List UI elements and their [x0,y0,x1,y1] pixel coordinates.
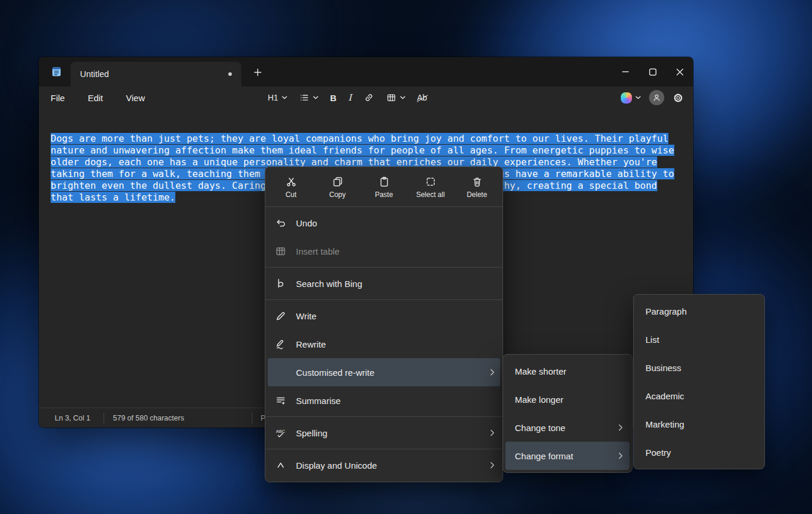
paste-icon [378,176,390,188]
close-icon [676,68,684,76]
menu-item-write[interactable]: Write [268,302,500,330]
titlebar[interactable]: Untitled [39,57,693,86]
tab-untitled[interactable]: Untitled [71,62,241,86]
menu-item-display-and-unicode[interactable]: Display and Unicode [268,451,500,479]
menu-item-undo[interactable]: Undo [268,209,500,237]
list-dropdown[interactable] [299,92,318,103]
menu-edit[interactable]: Edit [86,91,104,105]
chevron-down-icon [635,96,641,99]
minimize-icon [622,68,629,75]
window-controls [612,57,693,86]
quick-actions-row: Cut Copy Paste Select all [265,169,502,205]
selected-text: Dogs are more than just pets; they are l… [51,133,668,144]
selected-text: that lasts a lifetime. [51,192,175,203]
customised-rewrite-label: Customised re-write [296,368,490,378]
submenu-item-academic[interactable]: Academic [636,382,762,410]
chevron-right-icon [490,369,494,376]
table-dropdown[interactable] [386,92,405,103]
minimize-button[interactable] [612,57,639,86]
select-all-label: Select all [416,191,445,199]
submenu-item-poetry[interactable]: Poetry [636,438,762,466]
heading-label: H1 [268,93,278,102]
submenu-item-business[interactable]: Business [636,353,762,382]
italic-button[interactable]: I [348,92,352,103]
list-label: List [645,335,755,345]
make-shorter-label: Make shorter [515,366,623,376]
insert-table-label: Insert table [296,246,494,256]
submenu-item-paragraph[interactable]: Paragraph [636,297,762,325]
link-button[interactable] [364,92,374,103]
menu-item-insert-table[interactable]: Insert table [268,237,500,265]
paste-button[interactable]: Paste [361,169,407,205]
menu-file[interactable]: File [49,91,66,105]
menu-divider [265,416,502,417]
menu-item-rewrite[interactable]: Rewrite [268,330,500,358]
person-icon [652,93,661,102]
spelling-abc-icon: ABC [275,427,287,439]
cut-label: Cut [285,191,297,199]
context-menu: Cut Copy Paste Select all [265,166,503,482]
statusbar-divider [104,413,104,423]
cut-button[interactable]: Cut [268,169,314,205]
chevron-right-icon [490,462,494,469]
notepad-app-icon [51,66,62,78]
selected-text: nature and unwavering affection make the… [51,145,674,156]
settings-button[interactable] [673,92,684,104]
bing-icon [275,278,287,289]
menu-item-search-with-bing[interactable]: Search with Bing [268,269,500,298]
copy-icon [332,176,344,188]
svg-text:ABC: ABC [276,429,285,434]
menu-item-customised-rewrite[interactable]: Customised re-write [268,358,500,386]
menu-divider [265,206,502,207]
chevron-right-icon [490,429,494,436]
unsaved-indicator-icon [228,72,232,76]
delete-button[interactable]: Delete [454,169,500,205]
menu-divider [265,299,502,300]
change-tone-label: Change tone [515,423,618,433]
submenu-item-change-format[interactable]: Change format [505,442,630,470]
formatting-toolbar: H1 B I [268,86,427,109]
submenu-item-marketing[interactable]: Marketing [636,410,762,438]
copilot-dropdown[interactable] [621,92,641,104]
summarise-label: Summarise [296,396,494,406]
rewrite-label: Rewrite [296,339,494,349]
toolbar-right [621,86,684,109]
poetry-label: Poetry [645,448,755,458]
submenu-item-make-longer[interactable]: Make longer [505,385,630,413]
spelling-label: Spelling [296,428,490,438]
copy-label: Copy [329,191,345,199]
character-count: 579 of 580 characters [113,408,184,428]
select-all-button[interactable]: Select all [407,169,454,205]
submenu-item-make-shorter[interactable]: Make shorter [505,357,630,385]
summarise-icon [275,395,287,406]
write-pencil-icon [275,310,287,322]
toolbar: File Edit View H1 B I [39,86,693,109]
clear-formatting-icon[interactable]: Ab [417,93,427,102]
paragraph-label: Paragraph [645,306,755,316]
insert-table-icon [275,245,287,257]
undo-label: Undo [296,218,494,228]
close-button[interactable] [666,57,693,86]
copilot-icon [621,92,632,104]
make-longer-label: Make longer [515,395,623,405]
bold-button[interactable]: B [330,93,337,103]
menu-item-summarise[interactable]: Summarise [268,386,500,415]
menu-view[interactable]: View [125,91,146,105]
tab-title: Untitled [80,69,109,79]
cursor-position: Ln 3, Col 1 [55,408,90,428]
display-and-unicode-label: Display and Unicode [296,460,490,470]
submenu-item-change-tone[interactable]: Change tone [505,413,630,442]
submenu-item-list[interactable]: List [636,325,762,353]
copy-button[interactable]: Copy [314,169,361,205]
account-button[interactable] [649,90,664,105]
menu-divider [265,449,502,449]
cut-icon [285,176,297,188]
delete-label: Delete [467,191,487,199]
menu-item-spelling[interactable]: ABC Spelling [268,419,500,447]
undo-icon [275,217,287,229]
rewrite-pen-icon [275,338,287,350]
heading-dropdown[interactable]: H1 [268,93,287,102]
new-tab-button[interactable] [248,64,268,81]
delete-icon [471,176,483,188]
maximize-button[interactable] [639,57,666,86]
